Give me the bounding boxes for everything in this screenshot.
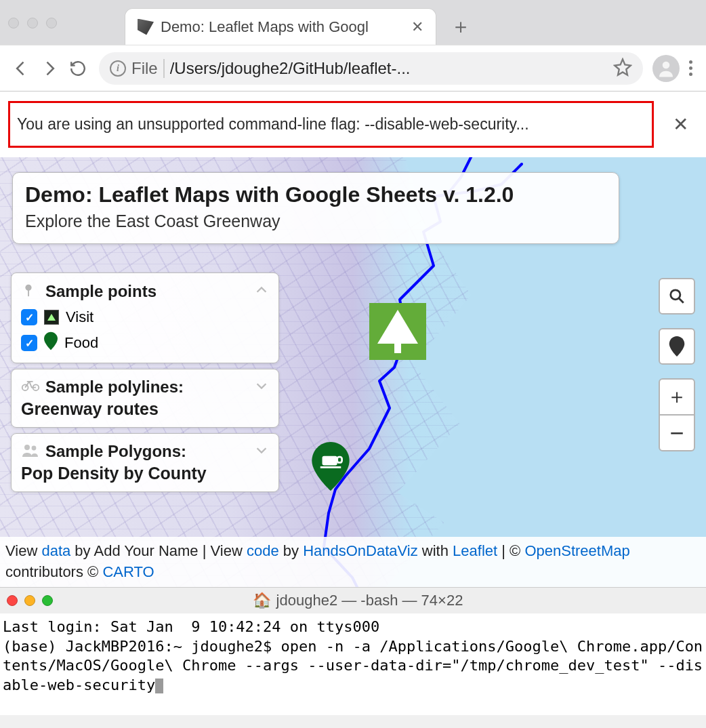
window-close-icon[interactable]	[8, 18, 19, 28]
browser-tab[interactable]: Demo: Leaflet Maps with Googl ✕	[125, 8, 436, 45]
chevron-up-icon	[254, 283, 269, 300]
tab-close-icon[interactable]: ✕	[411, 18, 423, 36]
legend-panel-polygons: Sample Polygons: Pop Density by County	[11, 433, 279, 492]
svg-point-4	[25, 285, 31, 291]
zoom-out-button[interactable]: −	[659, 415, 695, 451]
legend-panel-polylines: Sample polylines: Greenway routes	[11, 369, 279, 428]
legend-item-food-label: Food	[64, 334, 98, 352]
url-scheme-label: File	[131, 59, 158, 78]
legend-polylines-label: Sample polylines:	[45, 378, 247, 397]
people-icon	[21, 443, 39, 460]
legend-toggle-polygons[interactable]: Sample Polygons:	[21, 442, 269, 461]
svg-rect-3	[320, 466, 341, 468]
attr-t6: contributors ©	[5, 563, 102, 580]
bike-icon	[21, 379, 39, 395]
tree-icon	[44, 310, 59, 325]
tab-bar: Demo: Leaflet Maps with Googl ✕ ＋	[0, 0, 706, 45]
pin-icon	[21, 281, 39, 302]
legend-toggle-polylines[interactable]: Sample polylines:	[21, 378, 269, 397]
url-path: /Users/jdoughe2/GitHub/leaflet-...	[170, 59, 608, 78]
zoom-in-button[interactable]: ＋	[659, 378, 695, 415]
home-icon: 🏠	[253, 592, 271, 609]
svg-point-8	[24, 445, 30, 450]
window-zoom-icon[interactable]	[46, 18, 57, 28]
terminal-minimize-icon[interactable]	[24, 595, 35, 606]
chevron-down-icon	[254, 443, 269, 460]
checkbox-food[interactable]: ✓	[21, 335, 37, 351]
svg-point-0	[663, 61, 670, 68]
map-title-card: Demo: Leaflet Maps with Google Sheets v.…	[12, 172, 619, 244]
attr-t2: by Add Your Name | View	[70, 542, 247, 559]
warning-close-button[interactable]: ✕	[663, 113, 698, 136]
legend-polygons-label: Sample Polygons:	[45, 442, 247, 461]
back-button[interactable]	[9, 57, 33, 80]
map-marker-food[interactable]	[312, 442, 350, 491]
terminal-window: 🏠 jdoughe2 — -bash — 74×22 Last login: S…	[0, 587, 706, 715]
attr-link-osm[interactable]: OpenStreetMap	[524, 542, 629, 559]
svg-point-10	[671, 290, 680, 300]
checkbox-visit[interactable]: ✓	[21, 309, 37, 325]
browser-menu-button[interactable]	[685, 56, 697, 80]
legend-item-food[interactable]: ✓ Food	[21, 331, 269, 355]
attr-link-code[interactable]: code	[247, 542, 279, 559]
map-marker-visit[interactable]	[369, 303, 426, 360]
reload-button[interactable]	[66, 57, 89, 80]
legend-item-visit[interactable]: ✓ Visit	[21, 308, 269, 326]
new-tab-button[interactable]: ＋	[440, 8, 481, 45]
terminal-cursor	[155, 679, 163, 693]
legend-toggle-points[interactable]: Sample points	[21, 281, 269, 302]
leaflet-map[interactable]: Demo: Leaflet Maps with Google Sheets v.…	[0, 157, 706, 587]
attr-t1: View	[5, 542, 41, 559]
map-legend: Sample points ✓ Visit ✓ Food Sample p	[11, 272, 279, 492]
food-pin-icon	[44, 331, 58, 355]
legend-panel-points: Sample points ✓ Visit ✓ Food	[11, 272, 279, 363]
url-field[interactable]: i File /Users/jdoughe2/GitHub/leaflet-..…	[99, 52, 643, 85]
url-separator	[163, 59, 165, 78]
legend-polylines-sub: Greenway routes	[21, 399, 269, 419]
svg-point-9	[32, 446, 37, 451]
bookmark-star-icon[interactable]	[613, 58, 632, 79]
attr-t4: with	[418, 542, 453, 559]
tab-favicon-icon	[138, 19, 154, 35]
attr-link-leaflet[interactable]: Leaflet	[453, 542, 497, 559]
map-controls: ＋ −	[659, 278, 695, 451]
legend-item-visit-label: Visit	[66, 308, 94, 326]
map-subtitle: Explore the East Coast Greenway	[25, 211, 606, 231]
warning-banner: You are using an unsupported command-lin…	[0, 92, 706, 157]
forward-button[interactable]	[38, 57, 61, 80]
map-title: Demo: Leaflet Maps with Google Sheets v.…	[25, 182, 606, 207]
legend-points-label: Sample points	[45, 282, 247, 301]
svg-rect-5	[28, 290, 29, 296]
legend-points-items: ✓ Visit ✓ Food	[21, 308, 269, 355]
window-traffic-lights	[8, 18, 57, 28]
terminal-title-bar: 🏠 jdoughe2 — -bash — 74×22	[0, 588, 706, 613]
terminal-line-2: (base) JackMBP2016:~ jdoughe2$ open -n -…	[3, 638, 703, 693]
attr-t5: | ©	[497, 542, 524, 559]
warning-text: You are using an unsupported command-lin…	[8, 101, 654, 148]
attr-link-carto[interactable]: CARTO	[102, 563, 154, 580]
attr-link-data[interactable]: data	[41, 542, 70, 559]
map-zoom-controls: ＋ −	[659, 378, 695, 451]
map-locate-button[interactable]	[659, 328, 695, 365]
svg-rect-1	[323, 456, 337, 466]
terminal-zoom-icon[interactable]	[42, 595, 53, 606]
terminal-close-icon[interactable]	[7, 595, 18, 606]
map-search-button[interactable]	[659, 278, 695, 315]
window-minimize-icon[interactable]	[27, 18, 38, 28]
attr-t3: by	[279, 542, 303, 559]
terminal-body[interactable]: Last login: Sat Jan 9 10:42:24 on ttys00…	[0, 613, 706, 715]
site-info-icon[interactable]: i	[110, 60, 126, 77]
terminal-line-1: Last login: Sat Jan 9 10:42:24 on ttys00…	[3, 618, 379, 635]
legend-polygons-sub: Pop Density by County	[21, 464, 269, 483]
terminal-title: 🏠 jdoughe2 — -bash — 74×22	[61, 592, 655, 609]
attr-link-hodv[interactable]: HandsOnDataViz	[303, 542, 418, 559]
terminal-title-text: jdoughe2 — -bash — 74×22	[276, 592, 463, 609]
chevron-down-icon	[254, 378, 269, 396]
map-attribution: View data by Add Your Name | View code b…	[0, 537, 706, 587]
tab-title: Demo: Leaflet Maps with Googl	[161, 18, 404, 36]
terminal-traffic-lights	[7, 595, 53, 606]
profile-avatar-button[interactable]	[652, 55, 680, 82]
chrome-browser-chrome: Demo: Leaflet Maps with Googl ✕ ＋ i File…	[0, 0, 706, 92]
address-bar: i File /Users/jdoughe2/GitHub/leaflet-..…	[0, 45, 706, 91]
